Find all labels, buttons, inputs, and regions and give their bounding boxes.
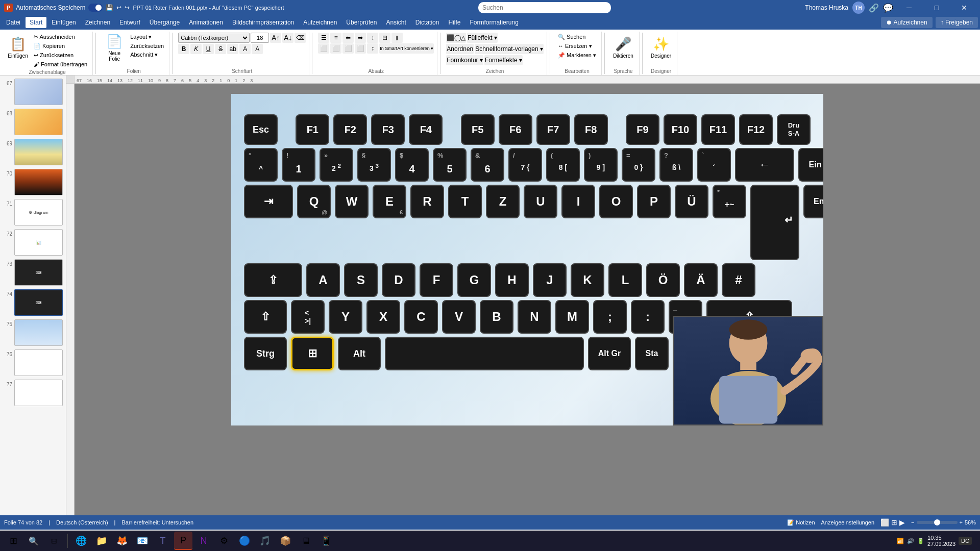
- fuleffekt-button[interactable]: Fülleffekt ▾: [467, 33, 498, 43]
- slide-thumb-74[interactable]: 74 ⌨: [2, 288, 64, 317]
- menu-hilfe[interactable]: Hilfe: [444, 17, 464, 28]
- slide-thumb-72[interactable]: 72 📊: [2, 228, 64, 257]
- bold-button[interactable]: B: [178, 44, 189, 54]
- indent-increase-button[interactable]: ➡: [355, 33, 366, 43]
- menu-dictation[interactable]: Dictation: [411, 17, 444, 28]
- indent-decrease-button[interactable]: ⬅: [342, 33, 354, 43]
- ersetzen-button[interactable]: ↔ Ersetzen ▾: [556, 42, 598, 51]
- shadow-button[interactable]: ab: [227, 44, 238, 54]
- teams-button[interactable]: T: [154, 532, 172, 550]
- columns-button[interactable]: ⫿: [391, 33, 403, 43]
- menu-start[interactable]: Start: [26, 17, 46, 28]
- maximize-button[interactable]: □: [925, 0, 948, 15]
- menu-zeichnen[interactable]: Zeichnen: [81, 17, 114, 28]
- highlight-button[interactable]: A: [252, 44, 263, 54]
- toolbar-redo-icon[interactable]: ↪: [125, 4, 130, 11]
- menu-uebergaenge[interactable]: Übergänge: [145, 17, 184, 28]
- linespacing-button[interactable]: ↕: [367, 43, 378, 54]
- firefox-button[interactable]: 🦊: [113, 532, 131, 550]
- textalign-button[interactable]: ⊟: [379, 33, 390, 43]
- language-indicator[interactable]: Deutsch (Österreich): [56, 519, 108, 525]
- menu-einfuegen[interactable]: Einfügen: [47, 17, 80, 28]
- strikethrough-button[interactable]: S: [215, 44, 226, 54]
- autosave-toggle[interactable]: [88, 4, 103, 12]
- slide-thumb-76[interactable]: 76: [2, 348, 64, 377]
- app5-button[interactable]: 📱: [317, 532, 335, 550]
- menu-bildschirm[interactable]: Bildschirmpräsentation: [228, 17, 298, 28]
- edge-button[interactable]: 🌐: [72, 532, 90, 550]
- ordnen-button[interactable]: Anordnen: [446, 44, 474, 54]
- powerpoint-taskbar-button[interactable]: P: [174, 532, 192, 550]
- slide-thumb-70[interactable]: 70: [2, 168, 64, 196]
- close-button[interactable]: ✕: [952, 0, 976, 15]
- app4-button[interactable]: 🖥: [297, 532, 315, 550]
- share-icon[interactable]: 🔗: [869, 3, 879, 13]
- designer-button[interactable]: ✨ Designer: [648, 33, 674, 62]
- font-increase-button[interactable]: A↑: [270, 33, 281, 43]
- app2-button[interactable]: 🎵: [256, 532, 274, 550]
- slide-thumb-77[interactable]: 77: [2, 379, 64, 407]
- textdirection-button[interactable]: ↕: [367, 33, 378, 43]
- zuruecksetzen-button[interactable]: ↩ Zurücksetzen: [32, 51, 89, 60]
- markieren-button[interactable]: 📌 Markieren ▾: [556, 51, 598, 60]
- search-taskbar-button[interactable]: 🔍: [24, 532, 43, 550]
- zuruecksetzen2-button[interactable]: Zurücksetzen: [128, 42, 166, 50]
- menu-ueberpruefen[interactable]: Überprüfen: [342, 17, 381, 28]
- notes-button[interactable]: 📝 Notizen: [787, 519, 815, 526]
- explorer-button[interactable]: 📁: [92, 532, 111, 550]
- abschnitt-button[interactable]: Abschnitt ▾: [128, 51, 166, 59]
- diktieren-button[interactable]: 🎤 Diktieren: [610, 33, 636, 62]
- schnellformatvorlagen-button[interactable]: Schnellformat-vorlagen ▾: [475, 44, 544, 54]
- clear-format-button[interactable]: ⌫: [295, 33, 306, 43]
- menu-ansicht[interactable]: Ansicht: [382, 17, 410, 28]
- slide-thumb-67[interactable]: 67: [2, 78, 64, 106]
- underline-button[interactable]: U: [203, 44, 214, 54]
- formkontur-button[interactable]: Formkontur ▾: [446, 55, 483, 65]
- menu-datei[interactable]: Datei: [2, 17, 24, 28]
- comments-icon[interactable]: 💬: [883, 3, 893, 13]
- menu-aufzeichnen[interactable]: Aufzeichnen: [299, 17, 341, 28]
- normal-view-button[interactable]: ⬜: [880, 518, 889, 527]
- slide-sorter-button[interactable]: ⊞: [891, 518, 897, 527]
- search-input[interactable]: [478, 2, 611, 13]
- freigeben-button[interactable]: ↑ Freigeben: [936, 17, 978, 28]
- zoom-in-button[interactable]: +: [960, 519, 963, 525]
- smartart-button[interactable]: In SmartArt konvertieren ▾: [379, 43, 434, 54]
- align-center-button[interactable]: ⬜: [330, 43, 341, 54]
- menu-animationen[interactable]: Animationen: [185, 17, 227, 28]
- aufzeichnen-button[interactable]: ⏺ Aufzeichnen: [881, 17, 933, 28]
- onenote-button[interactable]: N: [194, 532, 213, 550]
- align-left-button[interactable]: ⬜: [318, 43, 329, 54]
- numlist-button[interactable]: ≡: [330, 33, 341, 43]
- slide-thumb-75[interactable]: 75: [2, 318, 64, 347]
- suchen-button[interactable]: 🔍 Suchen: [556, 33, 598, 41]
- toolbar-save-icon[interactable]: 💾: [106, 4, 113, 11]
- taskview-button[interactable]: ⊟: [45, 532, 63, 550]
- format-uebertragen-button[interactable]: 🖌 Format übertragen: [32, 60, 89, 68]
- font-family-select[interactable]: Calibri (Textkörper): [178, 33, 250, 43]
- start-button[interactable]: ⊞: [4, 532, 22, 550]
- formeffekte-button[interactable]: Formeffekte ▾: [484, 55, 523, 65]
- justify-button[interactable]: ⬜: [355, 43, 366, 54]
- fontcolor-button[interactable]: A: [239, 44, 251, 54]
- toolbar-undo-icon[interactable]: ↩: [116, 4, 121, 11]
- list-button[interactable]: ☰: [318, 33, 329, 43]
- slide-thumb-69[interactable]: 69: [2, 138, 64, 166]
- view-settings-button[interactable]: Anzeigeeinstellungen: [821, 519, 875, 525]
- layout-button[interactable]: Layout ▾: [128, 33, 166, 41]
- app3-button[interactable]: 📦: [276, 532, 295, 550]
- presentation-button[interactable]: ▶: [899, 518, 905, 527]
- font-decrease-button[interactable]: A↓: [282, 33, 293, 43]
- kopieren-button[interactable]: 📄 Kopieren: [32, 42, 89, 51]
- zoom-slider[interactable]: [917, 521, 958, 524]
- neue-folie-button[interactable]: 📄 NeueFolie: [102, 33, 127, 62]
- shapes-button[interactable]: ⬛◯△: [446, 33, 466, 43]
- italic-button[interactable]: K: [190, 44, 202, 54]
- menu-formformatierung[interactable]: Formformatierung: [465, 17, 522, 28]
- slide-thumb-71[interactable]: 71 ⚙ diagram: [2, 198, 64, 227]
- ausschneiden-button[interactable]: ✂ Ausschneiden: [32, 33, 89, 41]
- menu-entwurf[interactable]: Entwurf: [115, 17, 144, 28]
- mail-button[interactable]: 📧: [133, 532, 152, 550]
- slide-thumb-68[interactable]: 68: [2, 108, 64, 136]
- einfuegen-button[interactable]: 📋 Einfügen: [5, 33, 31, 62]
